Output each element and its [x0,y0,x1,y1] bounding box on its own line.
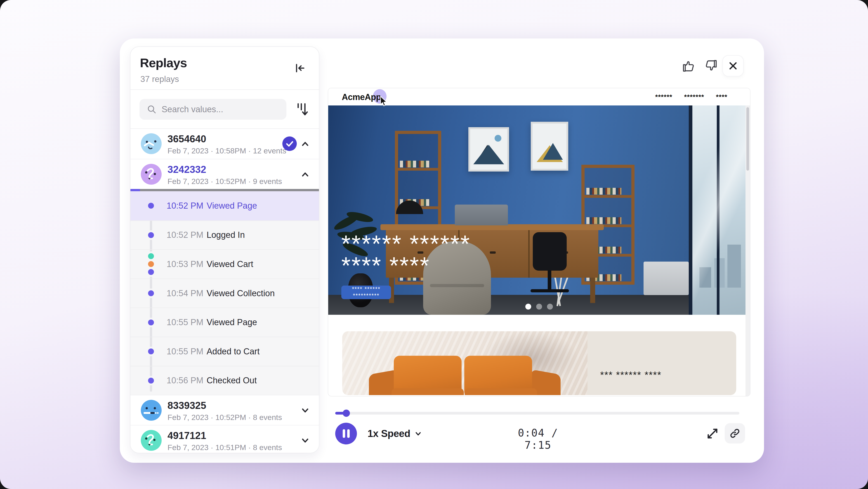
session-id: 3654640 [167,133,206,145]
event-row[interactable]: 10:54 PM Viewed Collection [130,279,319,308]
office-chair [533,232,567,270]
event-label: Added to Cart [207,347,259,356]
duration: 7:15 [525,439,552,451]
thumbs-up-button[interactable] [682,59,696,73]
replays-sidebar: Replays 37 replays [130,47,319,453]
collapse-left-icon [293,62,306,75]
event-label: Logged In [207,230,245,240]
watched-check-icon [282,137,297,151]
art-triangle [543,143,563,160]
search-row: Search values... [130,90,319,129]
desk-seam [528,230,530,278]
books [586,188,621,195]
drawer-knob [490,251,496,254]
hero-masked-heading: **** **** [341,252,430,279]
page-title: Replays [140,55,187,70]
event-dot [148,261,154,267]
wall-art [468,127,509,172]
event-row[interactable]: 10:55 PM Added to Cart [130,337,319,366]
speed-selector[interactable]: 1x Speed [368,427,422,440]
playback-progress-bar[interactable] [335,412,739,414]
session-row-8339325[interactable]: 8339325 Feb 7, 2023 · 10:52PM · 8 events [130,395,319,425]
search-input[interactable]: Search values... [140,99,286,120]
armchair-seam [430,284,484,287]
product-masked-text: *** ****** **** [600,369,661,380]
event-row[interactable]: 10:52 PM Logged In [130,221,319,250]
copy-link-button[interactable] [725,423,745,443]
scrollbar-thumb[interactable] [746,107,749,171]
desk-leg [590,278,595,303]
collapse-sidebar-button[interactable] [293,62,306,75]
chevron-down-icon[interactable] [301,406,310,415]
session-id: 4917121 [167,430,206,441]
shelf-plank [585,195,631,198]
window-glare [692,106,746,315]
session-avatar [141,430,162,451]
speed-label: 1x Speed [368,428,410,439]
chevron-up-icon[interactable] [301,139,310,149]
desktop-background: Replays 37 replays [0,0,868,489]
site-header: AcmeApp ****** ******* **** [328,88,750,106]
event-dot [148,253,154,259]
carousel-dot[interactable] [547,304,553,310]
session-meta: Feb 7, 2023 · 10:51PM · 8 events [167,443,282,452]
event-row[interactable]: 10:56 PM Checked Out [130,366,319,395]
nav-item-masked: ******* [684,93,704,101]
thumbs-down-icon [704,59,718,73]
session-meta: Feb 7, 2023 · 10:52PM · 8 events [167,413,282,422]
books [400,161,430,168]
link-icon [730,428,740,439]
replay-count: 37 replays [141,75,179,84]
event-time: 10:55 PM [166,317,207,327]
chevron-up-icon[interactable] [301,170,310,179]
chevron-down-icon [414,430,422,437]
sofa-image [342,331,587,395]
product-card: *** ****** **** [342,331,736,395]
session-row-4917121[interactable]: 4917121 Feb 7, 2023 · 10:51PM · 8 events [130,425,319,453]
viewport-scrollbar[interactable] [745,106,750,396]
site-brand: AcmeApp [342,92,381,102]
fullscreen-button[interactable] [706,427,719,440]
event-label: Checked Out [207,376,257,385]
event-dot [148,319,154,325]
search-placeholder: Search values... [162,105,223,114]
session-progress-bar[interactable] [130,189,319,191]
sort-filter-button[interactable] [294,100,311,119]
session-avatar [141,133,162,154]
chevron-down-icon[interactable] [301,436,310,445]
event-dot [148,290,154,296]
sofa-seat [465,388,537,395]
sort-descending-icon [294,100,311,119]
event-dot [148,203,154,209]
event-time: 10:52 PM [166,201,207,211]
laptop [455,205,508,225]
pause-icon [347,429,350,438]
chair-pole [548,270,551,291]
sofa-seat [392,388,464,395]
progress-handle[interactable] [343,409,350,417]
session-row-3242332[interactable]: 3242332 Feb 7, 2023 · 10:52PM · 9 events [130,159,319,189]
carousel-dot-active[interactable] [525,304,531,310]
session-row-3654640[interactable]: 3654640 Feb 7, 2023 · 10:58PM · 12 event… [130,129,319,159]
wall-art [531,122,568,171]
session-avatar [141,164,162,185]
carousel-dot[interactable] [536,304,542,310]
thumbs-down-button[interactable] [704,59,718,73]
event-timeline: 10:52 PM Viewed Page 10:52 PM Logged In … [130,191,319,395]
event-row[interactable]: 10:53 PM Viewed Cart [130,249,319,279]
session-id: 8339325 [167,400,206,411]
event-label: Viewed Collection [207,289,275,298]
event-row[interactable]: 10:52 PM Viewed Page [130,191,319,221]
event-row[interactable]: 10:55 PM Viewed Page [130,308,319,337]
event-time: 10:55 PM [166,347,207,356]
pause-button[interactable] [335,423,357,444]
event-label: Viewed Page [207,201,257,211]
carousel-dots [525,304,553,310]
hero-cta-button[interactable]: **** ****** ********** [341,286,391,299]
session-meta: Feb 7, 2023 · 10:58PM · 12 events [167,146,286,155]
window-view [689,106,746,315]
session-progress-fill [130,189,140,191]
session-id: 3242332 [167,164,206,175]
close-button[interactable] [722,55,744,77]
search-icon [147,104,157,114]
